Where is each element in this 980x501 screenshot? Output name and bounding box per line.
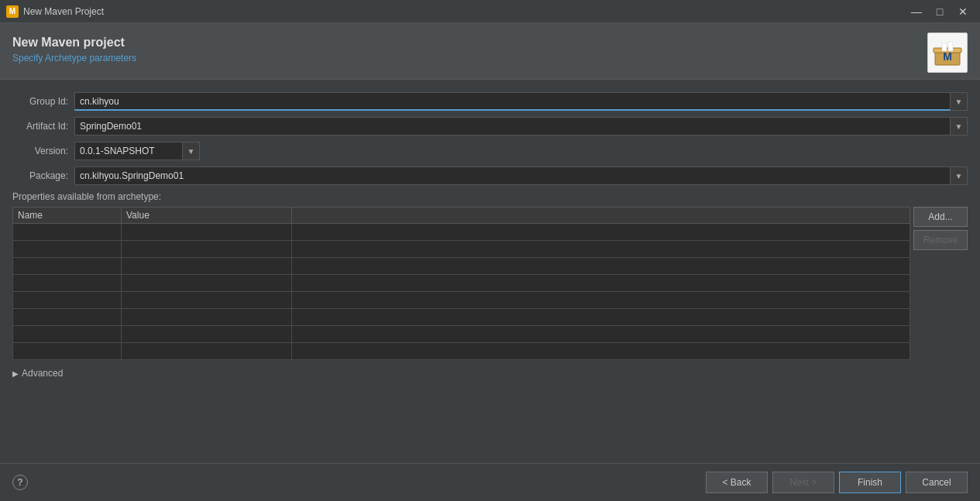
help-icon[interactable]: ?	[12, 475, 28, 490]
table-row	[13, 241, 910, 258]
close-button[interactable]: ✕	[952, 4, 974, 19]
dialog-content: Group Id: ▼ Artifact Id: ▼ Version: ▼ Pa…	[0, 80, 980, 463]
app-icon-letter: M	[9, 7, 15, 15]
finish-button[interactable]: Finish	[839, 472, 901, 493]
version-dropdown-arrow[interactable]: ▼	[183, 142, 200, 160]
table-row	[13, 258, 910, 275]
svg-rect-5	[948, 42, 953, 51]
title-bar: M New Maven Project — □ ✕	[0, 0, 980, 23]
version-input[interactable]	[74, 142, 183, 160]
back-button[interactable]: < Back	[706, 472, 768, 493]
properties-table: Name Value	[12, 207, 910, 360]
table-row	[13, 224, 910, 241]
group-id-dropdown-arrow[interactable]: ▼	[951, 92, 968, 111]
group-id-row: Group Id: ▼	[12, 92, 968, 111]
col-value-header: Value	[122, 208, 292, 224]
version-select: ▼	[74, 142, 200, 160]
dialog: New Maven project Specify Archetype para…	[0, 23, 980, 501]
table-row	[13, 309, 910, 326]
next-button[interactable]: Next >	[772, 472, 834, 493]
advanced-label: Advanced	[22, 368, 63, 379]
properties-area: Name Value	[12, 207, 968, 360]
add-button[interactable]: Add...	[913, 207, 968, 227]
svg-rect-4	[942, 43, 947, 51]
cancel-button[interactable]: Cancel	[906, 472, 968, 493]
table-row	[13, 326, 910, 343]
artifact-id-row: Artifact Id: ▼	[12, 117, 968, 136]
dialog-subtitle: Specify Archetype parameters	[12, 53, 136, 63]
table-row	[13, 343, 910, 360]
properties-label: Properties available from archetype:	[12, 191, 968, 202]
properties-table-wrap: Name Value	[12, 207, 910, 360]
advanced-section[interactable]: ▶ Advanced	[12, 368, 968, 379]
footer-help: ?	[12, 475, 701, 490]
dialog-header-text: New Maven project Specify Archetype para…	[12, 36, 136, 63]
maven-icon-svg: M	[932, 37, 963, 68]
minimize-button[interactable]: —	[906, 4, 927, 19]
package-input[interactable]	[74, 166, 951, 185]
remove-button[interactable]: Remove	[913, 230, 968, 250]
title-bar-controls: — □ ✕	[906, 4, 974, 19]
table-row	[13, 292, 910, 309]
col-extra-header	[292, 208, 910, 224]
dialog-title: New Maven project	[12, 36, 136, 50]
artifact-id-input[interactable]	[74, 117, 951, 136]
artifact-id-label: Artifact Id:	[12, 121, 74, 132]
artifact-id-dropdown-arrow[interactable]: ▼	[951, 117, 968, 136]
svg-text:M: M	[943, 50, 952, 63]
version-row: Version: ▼	[12, 142, 968, 160]
package-label: Package:	[12, 170, 74, 181]
col-name-header: Name	[13, 208, 122, 224]
package-input-wrap: ▼	[74, 166, 968, 185]
app-icon: M	[6, 5, 19, 18]
package-row: Package: ▼	[12, 166, 968, 185]
package-dropdown-arrow[interactable]: ▼	[951, 166, 968, 185]
footer-buttons: < Back Next > Finish Cancel	[706, 472, 968, 493]
advanced-arrow-icon: ▶	[12, 369, 19, 378]
group-id-label: Group Id:	[12, 96, 74, 107]
dialog-header: New Maven project Specify Archetype para…	[0, 23, 980, 80]
version-label: Version:	[12, 146, 74, 156]
maven-logo: M	[927, 33, 968, 73]
dialog-footer: ? < Back Next > Finish Cancel	[0, 464, 980, 501]
table-row	[13, 275, 910, 292]
group-id-input-wrap: ▼	[74, 92, 968, 111]
properties-buttons: Add... Remove	[913, 207, 968, 360]
title-bar-text: New Maven Project	[23, 6, 906, 17]
group-id-input[interactable]	[74, 92, 951, 111]
artifact-id-input-wrap: ▼	[74, 117, 968, 136]
maximize-button[interactable]: □	[929, 4, 951, 19]
